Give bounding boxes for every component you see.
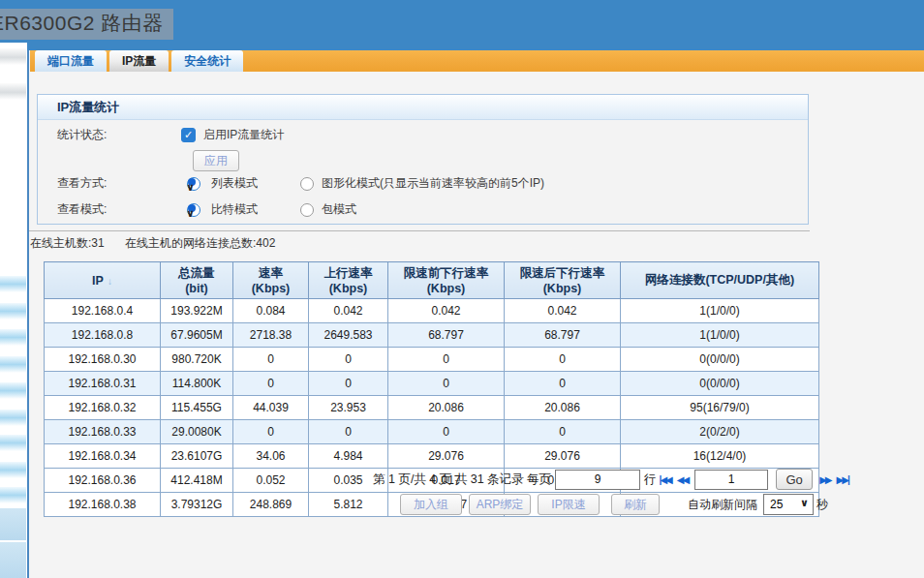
column-header-uprate: 上行速率(Kbps) bbox=[309, 262, 388, 299]
tab-security-stats[interactable]: 安全统计 bbox=[171, 50, 243, 72]
packet-mode-label: 包模式 bbox=[322, 201, 356, 218]
table-cell: 29.076 bbox=[505, 444, 621, 469]
table-cell: 192.168.0.30 bbox=[45, 348, 161, 372]
table-cell: 67.9605M bbox=[161, 323, 233, 348]
tab-ip-traffic[interactable]: IP流量 bbox=[109, 50, 169, 72]
auto-refresh-label: 自动刷新间隔 bbox=[688, 497, 757, 513]
go-button[interactable]: Go bbox=[776, 469, 813, 490]
page-info-text: 第 1 页/共 4 页 共 31 条记录 每页 bbox=[373, 472, 551, 488]
table-cell: 0 bbox=[505, 372, 621, 396]
table-cell: 0(0/0/0) bbox=[621, 348, 819, 372]
table-header-row: IP↓ 总流量(bit) 速率(Kbps) 上行速率(Kbps) 限速前下行速率… bbox=[45, 262, 819, 299]
auto-refresh-select[interactable]: 25 bbox=[763, 494, 814, 515]
graph-mode-radio[interactable] bbox=[300, 177, 314, 191]
sidebar-menu-item[interactable] bbox=[0, 329, 26, 346]
table-cell: 0 bbox=[505, 348, 621, 372]
table-cell: 68.797 bbox=[505, 323, 621, 348]
table-cell: 0 bbox=[309, 348, 388, 372]
sidebar-menu-item[interactable] bbox=[0, 83, 26, 100]
table-cell: 0.084 bbox=[233, 299, 309, 323]
prev-page-icon[interactable]: ◀◀ bbox=[677, 474, 688, 485]
table-cell: 1(1/0/0) bbox=[621, 323, 819, 348]
table-cell: 192.168.0.4 bbox=[45, 299, 161, 323]
table-cell: 68.797 bbox=[388, 323, 505, 348]
table-row[interactable]: 192.168.0.4193.922M0.0840.0420.0420.0421… bbox=[45, 299, 819, 323]
last-page-icon[interactable]: ▶▶| bbox=[837, 474, 848, 485]
table-row[interactable]: 192.168.0.31114.800K00000(0/0/0) bbox=[45, 372, 819, 396]
table-cell: 95(16/79/0) bbox=[621, 396, 819, 420]
refresh-button[interactable]: 刷新 bbox=[611, 494, 660, 515]
column-header-total: 总流量(bit) bbox=[161, 262, 233, 299]
table-cell: 192.168.0.36 bbox=[45, 469, 161, 493]
sidebar-menu-item[interactable] bbox=[0, 48, 26, 65]
list-mode-label: 列表模式 bbox=[211, 175, 258, 192]
column-header-rate: 速率(Kbps) bbox=[233, 262, 309, 299]
add-group-button[interactable]: 加入组 bbox=[400, 494, 462, 515]
table-row[interactable]: 192.168.0.3329.0080K00002(0/2/0) bbox=[45, 420, 819, 444]
table-cell: 0 bbox=[388, 348, 505, 372]
table-row[interactable]: 192.168.0.867.9605M2718.382649.58368.797… bbox=[45, 323, 819, 348]
table-cell: 20.086 bbox=[388, 396, 505, 420]
table-row[interactable]: 192.168.0.32115.455G44.03923.95320.08620… bbox=[45, 396, 819, 420]
table-cell: 0(0/0/0) bbox=[621, 372, 819, 396]
sidebar-menu-item[interactable] bbox=[0, 303, 26, 319]
table-cell: 16(12/4/0) bbox=[621, 444, 819, 469]
table-cell: 2718.38 bbox=[233, 323, 309, 348]
window-title-highlight: ER6300G2 路由器 bbox=[0, 9, 173, 40]
sidebar-menu-item[interactable] bbox=[0, 410, 26, 426]
status-label: 统计状态: bbox=[38, 127, 181, 143]
apply-button[interactable]: 应用 bbox=[193, 150, 239, 171]
table-cell: 193.922M bbox=[161, 299, 233, 323]
tab-strip: 端口流量 IP流量 安全统计 bbox=[30, 50, 924, 72]
packet-mode-radio[interactable] bbox=[300, 203, 314, 217]
sidebar-menu-item[interactable] bbox=[0, 435, 26, 451]
sidebar-clipped bbox=[0, 43, 27, 578]
table-cell: 0 bbox=[388, 372, 505, 396]
sidebar-menu-item[interactable] bbox=[0, 487, 26, 503]
table-cell: 192.168.0.8 bbox=[45, 323, 161, 348]
next-page-icon[interactable]: ▶▶ bbox=[819, 474, 830, 485]
table-cell: 1(1/0/0) bbox=[621, 299, 819, 323]
table-row[interactable]: 192.168.0.30980.720K00000(0/0/0) bbox=[45, 348, 819, 372]
window-title: ER6300G2 路由器 bbox=[0, 12, 164, 34]
sidebar-menu-item[interactable] bbox=[0, 542, 26, 578]
sidebar-menu-item[interactable] bbox=[0, 382, 26, 399]
table-cell: 0 bbox=[233, 420, 309, 444]
table-cell: 248.869 bbox=[233, 493, 309, 517]
table-cell: 0.052 bbox=[233, 469, 309, 493]
table-cell: 23.6107G bbox=[161, 444, 233, 469]
enable-ip-stats-checkbox[interactable]: ✓ bbox=[181, 128, 196, 142]
table-cell: 0.042 bbox=[505, 299, 621, 323]
table-cell: 0 bbox=[233, 372, 309, 396]
online-connections-count: 在线主机的网络连接总数:402 bbox=[125, 236, 275, 250]
graph-mode-label: 图形化模式(只显示当前速率较高的前5个IP) bbox=[322, 175, 544, 192]
page-number-input[interactable] bbox=[694, 470, 768, 490]
first-page-icon[interactable]: |◀◀ bbox=[660, 474, 671, 485]
list-mode-radio[interactable] bbox=[187, 177, 200, 191]
table-cell: 114.800K bbox=[161, 372, 233, 396]
table-cell: 2649.583 bbox=[309, 323, 388, 348]
arp-bind-button[interactable]: ARP绑定 bbox=[469, 494, 531, 515]
table-cell: 0 bbox=[233, 348, 309, 372]
sidebar-menu-item[interactable] bbox=[0, 462, 26, 478]
ip-limit-button[interactable]: IP限速 bbox=[538, 494, 600, 515]
top-title-bar: ER6300G2 路由器 bbox=[0, 0, 924, 50]
table-cell: 0.042 bbox=[388, 299, 505, 323]
bit-mode-radio[interactable] bbox=[187, 203, 200, 217]
tab-port-traffic[interactable]: 端口流量 bbox=[35, 50, 107, 72]
online-hosts-count: 在线主机数:31 bbox=[30, 236, 105, 250]
sidebar-menu-item[interactable] bbox=[0, 276, 26, 292]
table-row[interactable]: 192.168.0.3423.6107G34.064.98429.07629.0… bbox=[45, 444, 819, 469]
sidebar-menu-item[interactable] bbox=[0, 356, 26, 373]
section-divider bbox=[29, 230, 810, 231]
table-cell: 0 bbox=[505, 420, 621, 444]
table-cell: 20.086 bbox=[505, 396, 621, 420]
sort-descending-icon[interactable]: ↓ bbox=[108, 276, 112, 287]
ip-traffic-stats-panel: IP流量统计 统计状态: ✓ 启用IP流量统计 应用 查看方式: 列表模式 图形… bbox=[37, 94, 809, 225]
table-cell: 115.455G bbox=[161, 396, 233, 420]
view-way-label: 查看方式: bbox=[38, 175, 181, 192]
panel-title: IP流量统计 bbox=[38, 95, 808, 120]
router-admin-page: ER6300G2 路由器 端口流量 IP流量 安全统计 IP流量统计 统计状态:… bbox=[0, 0, 924, 578]
page-size-input[interactable] bbox=[555, 470, 640, 490]
sidebar-menu-item[interactable] bbox=[0, 508, 26, 540]
